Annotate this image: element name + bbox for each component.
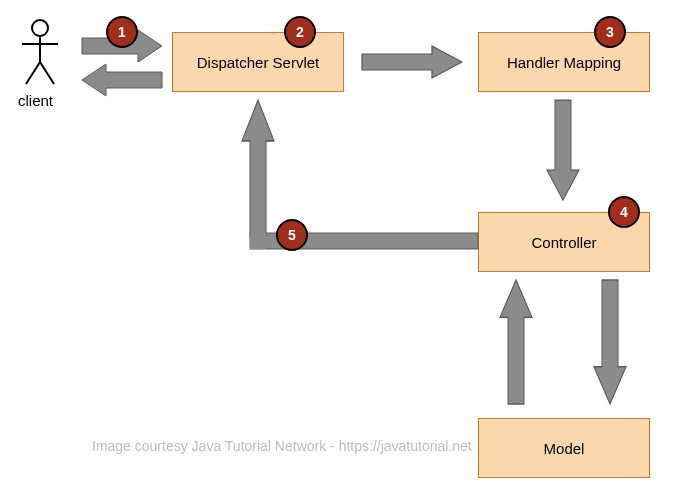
svg-point-0: [32, 20, 48, 36]
step-badge-5: 5: [276, 219, 308, 251]
handler-mapping-box: Handler Mapping: [478, 32, 650, 92]
svg-line-4: [40, 62, 54, 84]
controller-label: Controller: [531, 234, 596, 251]
step-badge-1: 1: [106, 16, 138, 48]
svg-rect-6: [250, 233, 266, 249]
dispatcher-label: Dispatcher Servlet: [197, 54, 320, 71]
model-box: Model: [478, 418, 650, 478]
step-badge-2: 2: [284, 16, 316, 48]
model-label: Model: [544, 440, 585, 457]
dispatcher-servlet-box: Dispatcher Servlet: [172, 32, 344, 92]
step-badge-4: 4: [608, 196, 640, 228]
client-label: client: [18, 92, 53, 109]
handler-label: Handler Mapping: [507, 54, 621, 71]
svg-line-3: [26, 62, 40, 84]
image-credit: Image courtesy Java Tutorial Network - h…: [92, 438, 472, 454]
step-badge-3: 3: [594, 16, 626, 48]
client-icon: [18, 18, 62, 88]
